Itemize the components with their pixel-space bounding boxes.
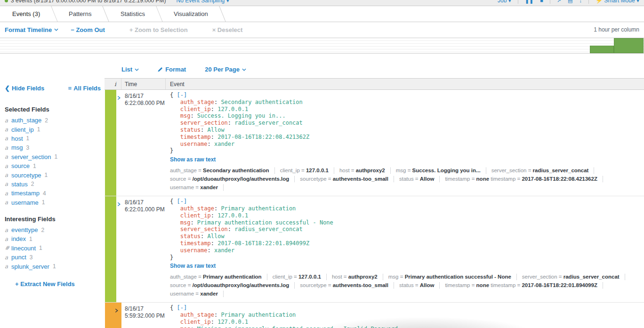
tab-statistics[interactable]: Statistics bbox=[103, 6, 162, 22]
per-page-dropdown[interactable]: 20 Per Page bbox=[205, 66, 246, 73]
json-collapse-toggle[interactable]: [-] bbox=[177, 198, 187, 205]
summary-field-value[interactable]: /opt/duoauthproxy/log/authevents.log bbox=[193, 176, 290, 182]
expand-event-chevron-icon[interactable] bbox=[117, 94, 121, 102]
json-brace: { bbox=[170, 198, 177, 205]
bolt-icon: ⚡ bbox=[596, 0, 603, 4]
summary-field-value[interactable]: 127.0.0.1 bbox=[306, 168, 329, 173]
zoom-out-button[interactable]: − Zoom Out bbox=[71, 26, 105, 33]
json-field-line: timestamp: 2017-08-16T18:22:08.421362Z bbox=[170, 134, 639, 141]
export-icon[interactable]: ↓ bbox=[579, 0, 582, 3]
field-name-link[interactable]: eventtype bbox=[11, 226, 38, 233]
pencil-icon bbox=[158, 67, 163, 72]
json-key: username bbox=[180, 247, 208, 254]
summary-field-value[interactable]: xander bbox=[200, 184, 218, 190]
timeline-bar[interactable] bbox=[590, 46, 614, 53]
field-type-icon: a bbox=[5, 263, 11, 270]
field-name-link[interactable]: index bbox=[11, 235, 26, 242]
summary-field-label: host = bbox=[332, 274, 348, 280]
summary-field: client_ip = 127.0.0.1 bbox=[273, 273, 321, 280]
tab-visualization[interactable]: Visualization bbox=[156, 6, 225, 22]
json-key: msg bbox=[180, 326, 191, 328]
json-brace: { bbox=[170, 304, 177, 311]
job-status-icon bbox=[5, 0, 8, 2]
job-menu[interactable]: Job ▾ bbox=[498, 0, 511, 4]
summary-field-value[interactable]: Allow bbox=[420, 176, 435, 182]
field-name-link[interactable]: splunk_server bbox=[11, 263, 49, 270]
summary-field-value[interactable]: xander bbox=[200, 291, 218, 296]
field-name-link[interactable]: msg bbox=[11, 144, 23, 151]
event-sampling-dropdown[interactable]: No Event Sampling ▾ bbox=[177, 0, 229, 4]
expand-event-chevron-icon[interactable] bbox=[117, 200, 121, 208]
json-field-line: client_ip: 127.0.0.1 bbox=[170, 212, 639, 219]
summary-field-value[interactable]: radius_server_concat bbox=[533, 168, 589, 173]
format-timeline-dropdown[interactable]: Format Timeline bbox=[5, 26, 58, 33]
search-mode-dropdown[interactable]: ⚡ Smart Mode ▾ bbox=[596, 0, 639, 4]
extract-new-fields-link[interactable]: + Extract New Fields bbox=[5, 280, 101, 288]
format-results-button[interactable]: Format bbox=[158, 66, 186, 73]
summary-field-value[interactable]: authevents-too_small bbox=[333, 176, 388, 182]
show-raw-text-link[interactable]: Show as raw text bbox=[170, 156, 216, 163]
summary-field-value[interactable]: 127.0.0.1 bbox=[298, 274, 321, 280]
stop-icon[interactable]: ■ bbox=[540, 0, 543, 3]
field-name-link[interactable]: host bbox=[11, 135, 23, 142]
summary-field-value[interactable]: radius_server_concat bbox=[564, 274, 620, 280]
summary-field-value[interactable]: authevents-too_small bbox=[333, 282, 388, 288]
tab-events[interactable]: Events (3) bbox=[0, 6, 58, 22]
chevron-down-icon bbox=[54, 28, 58, 31]
field-type-icon: a bbox=[5, 227, 11, 233]
timeline-bar[interactable] bbox=[614, 38, 644, 53]
tab-patterns[interactable]: Patterns bbox=[52, 6, 110, 22]
field-name-link[interactable]: timestamp bbox=[11, 190, 40, 197]
summary-field-value[interactable]: Success. Logging you in... bbox=[412, 168, 481, 173]
summary-field-value[interactable]: none bbox=[476, 282, 489, 288]
field-name-link[interactable]: username bbox=[11, 199, 39, 206]
share-icon[interactable]: ↗ bbox=[557, 0, 561, 3]
zoom-to-selection-button[interactable]: + Zoom to Selection bbox=[129, 26, 188, 33]
field-name-link[interactable]: sourcetype bbox=[11, 172, 41, 179]
list-view-dropdown[interactable]: List bbox=[121, 66, 139, 73]
field-type-icon: a bbox=[5, 126, 11, 133]
json-collapse-toggle[interactable]: [-] bbox=[177, 304, 187, 311]
summary-field-label: username = bbox=[170, 184, 200, 190]
summary-field: sourcetype = authevents-too_small bbox=[300, 175, 388, 183]
summary-field-value[interactable]: Secondary authentication bbox=[203, 168, 269, 173]
field-name-link[interactable]: auth_stage bbox=[11, 117, 41, 124]
field-count: 1 bbox=[53, 263, 56, 270]
field-name-link[interactable]: client_ip bbox=[11, 126, 34, 133]
deselect-button[interactable]: × Deselect bbox=[212, 26, 243, 33]
summary-field-value[interactable]: 2017-08-16T18:22:01.894099Z bbox=[522, 282, 597, 288]
summary-field: status = Allow bbox=[399, 175, 434, 183]
json-value: 2017-08-16T18:22:08.421362Z bbox=[217, 134, 309, 140]
summary-field-label: msg = bbox=[396, 168, 412, 173]
summary-field-value[interactable]: authproxy2 bbox=[348, 274, 378, 280]
field-name-link[interactable]: server_section bbox=[11, 153, 51, 160]
hide-fields-button[interactable]: ❮ Hide Fields bbox=[5, 85, 44, 92]
results-tab-bar: Events (3)PatternsStatisticsVisualizatio… bbox=[0, 6, 644, 22]
field-name-link[interactable]: status bbox=[11, 181, 28, 188]
json-value: 2017-08-16T18:22:01.894099Z bbox=[217, 240, 309, 247]
summary-field-value[interactable]: Primary authentication bbox=[203, 274, 262, 280]
expand-event-chevron-icon[interactable] bbox=[115, 306, 118, 315]
event-timeline-histogram[interactable] bbox=[0, 38, 644, 54]
print-icon[interactable]: ▤ bbox=[568, 0, 572, 3]
json-value: radius_server_concat bbox=[234, 120, 303, 126]
summary-field-label: server_section = bbox=[491, 168, 533, 173]
summary-field-value[interactable]: Primary authentication successful - None bbox=[405, 274, 511, 280]
summary-field-value[interactable]: /opt/duoauthproxy/log/authevents.log bbox=[193, 282, 290, 288]
all-fields-button[interactable]: ≡ All Fields bbox=[68, 85, 101, 92]
summary-field-value[interactable]: 2017-08-16T18:22:08.421362Z bbox=[522, 176, 597, 182]
field-name-link[interactable]: linecount bbox=[11, 245, 36, 252]
field-name-link[interactable]: punct bbox=[11, 254, 26, 261]
summary-field-value[interactable]: authproxy2 bbox=[356, 168, 385, 173]
pause-icon[interactable]: ❚❚ bbox=[525, 0, 533, 3]
json-key: timestamp bbox=[180, 240, 211, 247]
tab-label: Statistics bbox=[121, 10, 145, 17]
field-list-item: a index 1 bbox=[5, 234, 101, 243]
json-collapse-toggle[interactable]: [-] bbox=[177, 92, 187, 98]
chevron-left-icon: ❮ bbox=[5, 85, 10, 92]
show-raw-text-link[interactable]: Show as raw text bbox=[170, 263, 216, 269]
summary-field-value[interactable]: Allow bbox=[420, 282, 435, 288]
json-key: server_section bbox=[180, 226, 228, 232]
summary-field-value[interactable]: none bbox=[476, 176, 489, 182]
field-name-link[interactable]: source bbox=[11, 162, 30, 169]
